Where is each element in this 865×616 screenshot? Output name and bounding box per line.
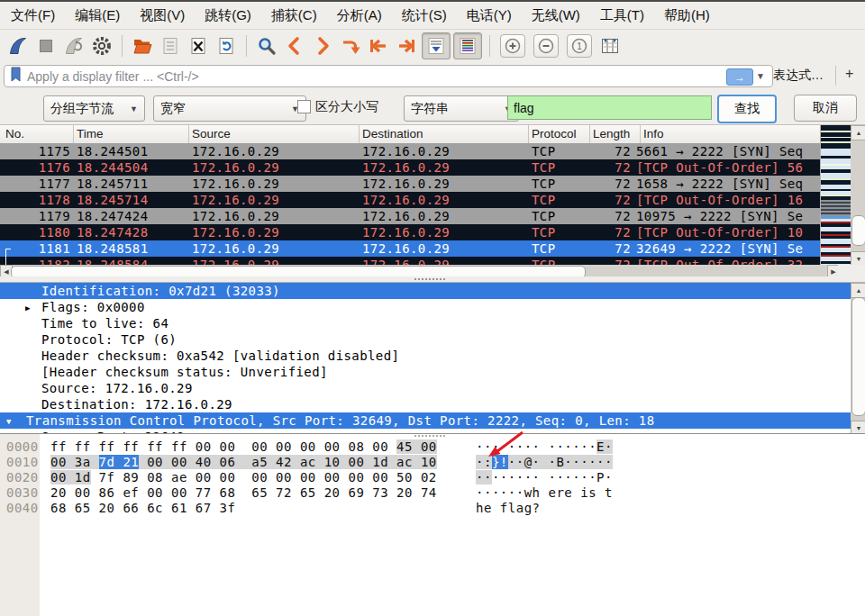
- apply-filter-button[interactable]: →: [726, 68, 753, 86]
- expanded-arrow-icon[interactable]: ▼: [6, 413, 12, 430]
- goto-packet-icon[interactable]: [338, 33, 363, 59]
- menu-telephony[interactable]: 电话(Y): [467, 7, 512, 24]
- cell-proto: TCP: [532, 176, 586, 192]
- open-file-icon[interactable]: [130, 33, 155, 59]
- detail-text: Destination: 172.16.0.29: [41, 396, 232, 412]
- detail-row[interactable]: ▼Transmission Control Protocol, Src Port…: [0, 412, 851, 429]
- hex-ascii: ······wh ere is t: [476, 485, 613, 501]
- scroll-down-icon[interactable]: ▼: [851, 421, 865, 434]
- find-packet-icon[interactable]: [254, 33, 279, 59]
- hex-dump[interactable]: 0000ff ff ff ff ff ff 00 00 00 00 00 00 …: [0, 439, 865, 516]
- detail-row[interactable]: Protocol: TCP (6): [0, 331, 851, 348]
- packet-row[interactable]: 117818.245714172.16.0.29172.16.0.29TCP72…: [0, 192, 820, 208]
- column-header-no[interactable]: No.: [5, 127, 24, 140]
- column-header-length[interactable]: Length: [593, 127, 630, 140]
- colorize-icon[interactable]: [453, 32, 482, 59]
- packet-list-vscrollbar[interactable]: ▲ ▼: [851, 125, 865, 265]
- collapsed-arrow-icon[interactable]: ▶: [25, 300, 31, 316]
- display-filter-input[interactable]: Apply a display filter ... <Ctrl-/>: [4, 65, 773, 87]
- search-in-dropdown[interactable]: 分组字节流 ▼: [43, 95, 145, 122]
- hex-row[interactable]: 003020 00 86 ef 00 00 77 68 65 72 65 20 …: [0, 485, 865, 501]
- column-header-time[interactable]: Time: [77, 127, 104, 140]
- menu-tools[interactable]: 工具(T): [600, 7, 644, 24]
- filter-history-caret-icon[interactable]: ▼: [756, 71, 765, 81]
- packet-row[interactable]: 117718.245711172.16.0.29172.16.0.29TCP72…: [0, 176, 820, 192]
- detail-row[interactable]: Time to live: 64: [0, 315, 851, 331]
- hex-bytes: ff ff ff ff ff ff 00 00 00 00 00 00 08 0…: [50, 439, 437, 455]
- column-separator[interactable]: [640, 125, 641, 143]
- column-separator[interactable]: [359, 125, 360, 143]
- menu-capture[interactable]: 捕获(C): [271, 7, 317, 24]
- expression-button[interactable]: 表达式…: [773, 68, 824, 84]
- column-separator[interactable]: [73, 125, 74, 143]
- column-separator[interactable]: [188, 125, 189, 143]
- packet-row[interactable]: 118218.248584172.16.0.29172.16.0.29TCP72…: [0, 257, 820, 265]
- column-separator[interactable]: [528, 125, 529, 143]
- close-file-icon[interactable]: [186, 33, 211, 59]
- packet-row[interactable]: 117918.247424172.16.0.29172.16.0.29TCP72…: [0, 208, 820, 224]
- next-packet-icon[interactable]: [310, 33, 335, 59]
- column-header-info[interactable]: Info: [643, 127, 664, 140]
- capture-options-icon[interactable]: [89, 33, 114, 59]
- hex-row[interactable]: 0000ff ff ff ff ff ff 00 00 00 00 00 00 …: [0, 439, 865, 455]
- stop-capture-icon[interactable]: [33, 33, 59, 59]
- detail-row[interactable]: Header checksum: 0xa542 [validation disa…: [0, 348, 851, 364]
- menu-statistics[interactable]: 统计(S): [402, 7, 447, 24]
- detail-row[interactable]: Source: 172.16.0.29: [0, 380, 851, 396]
- find-button[interactable]: 查找: [717, 95, 777, 123]
- hex-row[interactable]: 001000 3a 7d 21 00 00 40 06 a5 42 ac 10 …: [0, 455, 865, 470]
- charset-dropdown[interactable]: 宽窄 ▼: [153, 95, 306, 122]
- search-type-dropdown[interactable]: 字符串 ▼: [404, 95, 519, 122]
- previous-packet-icon[interactable]: [282, 33, 307, 59]
- cell-info: [TCP Out-Of-Order] 16: [636, 192, 820, 208]
- menu-go[interactable]: 跳转(G): [205, 7, 251, 24]
- cancel-button[interactable]: 取消: [794, 95, 857, 122]
- restart-capture-icon[interactable]: [61, 33, 86, 59]
- packet-row[interactable]: 117518.244501172.16.0.29172.16.0.29TCP72…: [0, 143, 820, 159]
- zoom-out-icon[interactable]: [533, 34, 559, 58]
- packet-list-header[interactable]: No.TimeSourceDestinationProtocolLengthIn…: [0, 125, 865, 144]
- find-toolbar: 分组字节流 ▼ 宽窄 ▼ 区分大小写 字符串 ▼ flag 查找 取消: [0, 91, 865, 125]
- menu-help[interactable]: 帮助(H): [664, 7, 710, 24]
- menu-wireless[interactable]: 无线(W): [532, 7, 580, 24]
- cell-dst: 172.16.0.29: [362, 192, 529, 208]
- zoom-in-icon[interactable]: [500, 34, 525, 58]
- detail-row[interactable]: Identification: 0x7d21 (32033): [0, 283, 851, 299]
- reload-file-icon[interactable]: [214, 33, 239, 59]
- detail-row[interactable]: ▶Flags: 0x0000: [0, 299, 851, 315]
- detail-row[interactable]: Destination: 172.16.0.29: [0, 396, 851, 412]
- scroll-up-icon[interactable]: ▲: [851, 283, 865, 298]
- hex-row[interactable]: 002000 1d 7f 89 08 ae 00 00 00 00 00 00 …: [0, 470, 865, 485]
- packet-list-hscrollbar[interactable]: ◀ ▶: [0, 265, 838, 277]
- save-file-icon[interactable]: [158, 33, 183, 59]
- menu-view[interactable]: 视图(V): [140, 7, 185, 24]
- column-header-source[interactable]: Source: [192, 127, 231, 140]
- packet-row[interactable]: 117618.244504172.16.0.29172.16.0.29TCP72…: [0, 159, 820, 176]
- find-query-input[interactable]: flag: [507, 95, 712, 120]
- add-filter-button[interactable]: +: [845, 66, 853, 82]
- column-header-protocol[interactable]: Protocol: [532, 127, 577, 140]
- zoom-original-icon[interactable]: 1: [567, 34, 592, 58]
- column-separator[interactable]: [589, 125, 590, 143]
- scroll-up-icon[interactable]: ▲: [851, 125, 865, 140]
- wireshark-fin-icon[interactable]: [5, 33, 31, 59]
- menu-edit[interactable]: 编辑(E): [75, 7, 120, 24]
- first-packet-icon[interactable]: [366, 33, 391, 59]
- column-header-destination[interactable]: Destination: [362, 127, 423, 140]
- packet-row[interactable]: 118018.247428172.16.0.29172.16.0.29TCP72…: [0, 224, 820, 240]
- intelligent-scrollbar-minimap[interactable]: [820, 125, 851, 265]
- vscroll-thumb[interactable]: [851, 297, 865, 416]
- case-sensitive-checkbox[interactable]: [297, 100, 311, 113]
- detail-row[interactable]: [Header checksum status: Unverified]: [0, 364, 851, 380]
- menu-file[interactable]: 文件(F): [11, 7, 55, 24]
- packet-row[interactable]: 118118.248581172.16.0.29172.16.0.29TCP72…: [0, 240, 820, 257]
- hex-row[interactable]: 004068 65 20 66 6c 61 67 3fhe flag?: [0, 501, 865, 516]
- menu-analyze[interactable]: 分析(A): [337, 7, 382, 24]
- vscroll-thumb[interactable]: [851, 215, 865, 246]
- resize-columns-icon[interactable]: [597, 33, 623, 59]
- bookmark-icon[interactable]: [10, 67, 22, 86]
- details-vscrollbar[interactable]: ▲ ▼: [851, 283, 865, 434]
- last-packet-icon[interactable]: [394, 33, 419, 59]
- splitter-grip: [414, 278, 445, 280]
- autoscroll-icon[interactable]: [422, 32, 451, 59]
